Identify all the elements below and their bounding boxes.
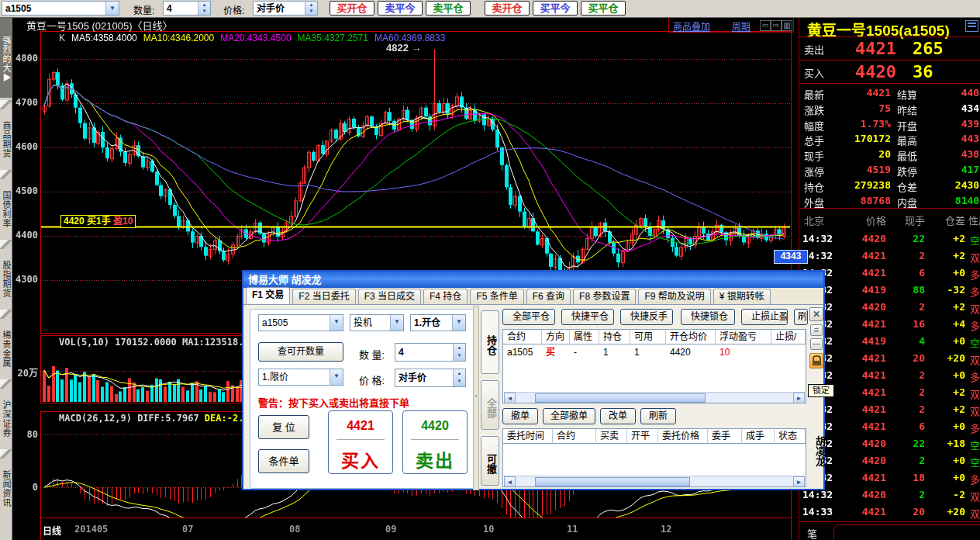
tick-cell: 20 [892,352,925,364]
scroll-left-icon[interactable]: ◄ [504,393,516,403]
trade-button-买平仓[interactable]: 买平仓 [581,1,626,16]
trade-button-卖平仓[interactable]: 卖平仓 [426,1,471,16]
tick-row[interactable]: 14:32441988-32多平 [799,284,980,301]
tab-F6 查询[interactable]: F6 查询 [526,289,571,304]
spinner-arrows-icon[interactable]: ▲▼ [198,2,210,15]
scroll-right-icon[interactable]: ► [793,476,805,487]
sidebar-item-国债利率[interactable]: 国债利率 [0,182,12,237]
button-快捷反手[interactable]: 快捷反手 [620,309,673,325]
chevron-down-icon[interactable]: ▼ [105,2,119,15]
chevron-down-icon[interactable]: ▼ [390,315,403,331]
button-快捷锁仓[interactable]: 快捷锁仓 [681,309,735,325]
dlg-qty-stepper[interactable]: 4 ▲▼ [395,343,466,362]
scroll-thumb[interactable] [535,393,706,403]
trade-button-买平今[interactable]: 买平今 [533,1,578,16]
tick-row[interactable]: 14:32442022+2空开 [799,233,980,250]
spinner-arrows-icon[interactable]: ▲▼ [453,369,465,386]
tick-col-header: 价格 [846,213,886,227]
tick-row[interactable]: 14:32442120+20双开 [799,352,980,369]
period-link[interactable]: 周期 [732,19,751,33]
tick-row[interactable]: 14:3244202-2双平 [799,489,980,506]
ma-value: MA20:4343.4500 [220,33,291,43]
overlay-link[interactable]: 商品叠加 [673,19,710,33]
check-open-qty-button[interactable]: 查可开数量 [258,342,343,362]
sidebar-item-沪深证券[interactable]: 沪深证券 [0,391,12,447]
tab-F9 帮助及说明[interactable]: F9 帮助及说明 [638,289,710,304]
tab-F8 参数设置[interactable]: F8 参数设置 [573,289,636,304]
tab-F5 条件单[interactable]: F5 条件单 [470,289,523,304]
orders-hscrollbar[interactable]: ◄ ► [504,476,805,487]
buy-button[interactable]: 4421 买入 [328,410,393,474]
contract-combo[interactable]: a1505 ▼ [2,1,119,16]
qty-stepper[interactable]: 4 ▲▼ [163,1,211,16]
condition-order-button[interactable]: 条件单 [258,449,309,473]
collapse-handle[interactable]: ‹ [473,306,479,490]
dialog-titlebar[interactable]: 博易大师 胡凌龙 [243,272,823,288]
trade-button-卖开仓[interactable]: 卖开仓 [485,1,530,16]
tab-¥ 银期转帐[interactable]: ¥ 银期转帐 [713,289,771,304]
button-改单[interactable]: 改单 [600,408,636,424]
chevron-down-icon[interactable]: ▼ [330,315,343,331]
arrow-left-icon[interactable]: ⇦ [760,20,771,31]
dlg-contract-combo[interactable]: a1505 ▼ [258,314,343,331]
side-tab-全部[interactable]: 全部 [481,380,499,430]
tick-row[interactable]: 14:3244194+0空换 [799,335,980,352]
button-撤单[interactable]: 撤单 [502,408,538,424]
list-view-icon[interactable]: ≡ [810,324,823,336]
lock-icon[interactable] [809,353,823,369]
tick-row[interactable]: 14:3244216+0多换 [799,267,980,284]
close-icon[interactable]: ✕ [809,307,823,321]
tick-row[interactable]: 14:33442120+20双开 [799,506,980,523]
tab-F2 当日委托[interactable]: F2 当日委托 [292,289,355,304]
sidebar-item-股指期货[interactable]: 股指期货 [0,251,12,307]
price-stepper[interactable]: 对手价 ▲▼ [253,1,318,16]
tick-cell: 空开 [970,438,980,452]
arrow-right-icon[interactable]: ⇨ [771,20,782,31]
button-刷新[interactable]: 刷新 [640,408,676,424]
button-全部撤单[interactable]: 全部撤单 [543,408,595,424]
side-tab-持仓[interactable]: 持仓 [481,310,499,374]
tick-row[interactable]: 14:3244202+2双开 [799,301,980,318]
price-mode-combo[interactable]: 1.限价 ▼ [258,369,343,386]
openclose-combo[interactable]: 1.开仓 ▼ [410,314,466,331]
spinner-arrows-icon[interactable]: ▲▼ [453,344,465,361]
panel-layout-icon[interactable] [965,20,978,32]
dlg-price-stepper[interactable]: 对手价 ▲▼ [395,369,466,387]
stats-row: 幅度1.73%开盘4390 [799,118,980,133]
sidebar-item-商品期货[interactable]: 商品期货 [0,112,12,168]
reset-button[interactable]: 复 位 [258,415,309,439]
sidebar-item-active[interactable]: 强烈的大▶ [0,17,12,98]
tick-row[interactable]: 14:3244212+2双开 [799,403,980,421]
scroll-thumb[interactable] [535,477,690,486]
button-全部平仓[interactable]: 全部平仓 [502,309,555,325]
orders-table[interactable]: 委托时间合约买卖开平委托价格委手成手状态 ◄ ► [502,428,806,487]
positions-hscrollbar[interactable]: ◄ ► [504,392,805,403]
tab-tick-detail[interactable]: 笔 [807,526,817,540]
trade-button-卖平今[interactable]: 卖平今 [378,1,423,16]
minimize-icon[interactable]: — [810,338,823,350]
tick-row[interactable]: 14:32442118+0多换 [799,472,980,489]
scroll-right-icon[interactable]: ► [793,393,805,403]
split-view-icon[interactable]: ▥ [782,20,792,31]
sidebar-item-稀贵金属[interactable]: 稀贵金属 [0,321,12,377]
tick-row[interactable]: 14:32442116+4多开 [799,318,980,335]
chevron-down-icon[interactable]: ▼ [330,369,343,385]
tab-F3 当日成交[interactable]: F3 当日成交 [358,289,421,304]
chevron-down-icon[interactable]: ▼ [452,315,465,331]
positions-table[interactable]: 合约方向属性持仓可用开仓均价浮动盈亏止损/a1505买-11442010 ◄ ► [502,329,806,403]
trade-button-买开仓[interactable]: 买开仓 [330,1,374,16]
button-快捷平仓[interactable]: 快捷平仓 [561,309,614,325]
scroll-left-icon[interactable]: ◄ [504,476,516,487]
button-止损止盈[interactable]: 止损止盈 [741,309,788,325]
spinner-arrows-icon[interactable]: ▲▼ [305,2,317,15]
tick-row[interactable]: 14:3244216+0多换 [799,421,980,438]
button-刷新[interactable]: 刷新 [794,309,808,325]
tick-cell: +0 [928,472,965,483]
hedge-combo[interactable]: 投机 ▼ [350,314,404,331]
tick-row[interactable]: 14:3244212+2双开 [799,250,980,267]
sell-button[interactable]: 4420 卖出 [402,410,468,474]
tab-F1 交易[interactable]: F1 交易 [246,287,290,304]
sidebar-item-新闻资讯[interactable]: 新闻资讯 [0,461,12,517]
side-tab-可撤[interactable]: 可撤 [481,436,499,486]
tab-F4 持仓[interactable]: F4 持仓 [423,289,468,304]
